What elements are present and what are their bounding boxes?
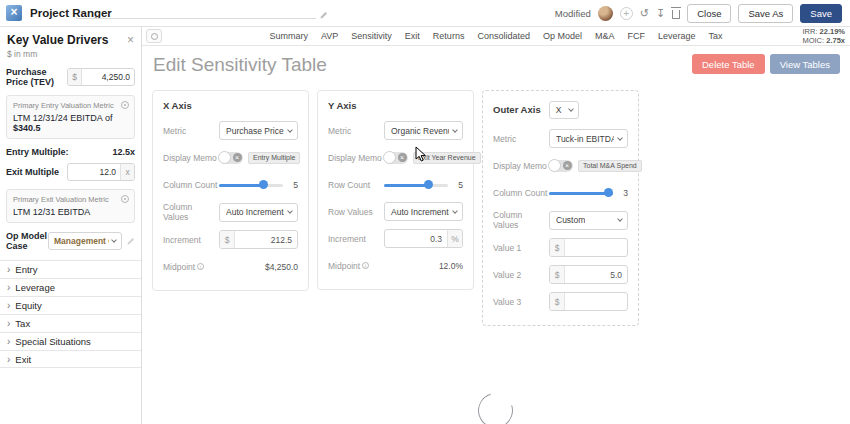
x-column-count-slider[interactable] <box>219 179 283 191</box>
gear-icon[interactable] <box>121 195 129 203</box>
multiple-suffix: x <box>120 164 134 180</box>
gear-icon[interactable] <box>121 101 129 109</box>
app-logo-icon: × <box>6 5 22 21</box>
tab-tax[interactable]: Tax <box>709 31 723 41</box>
display-memo-label: Display Memo <box>163 153 219 163</box>
outer-column-values-select[interactable]: Custom <box>549 211 628 230</box>
sidebar-section-leverage[interactable]: ›Leverage <box>0 278 141 296</box>
tab-avp[interactable]: AVP <box>321 31 338 41</box>
purchase-price-input[interactable] <box>82 69 134 85</box>
midpoint-label: Midpointi <box>328 261 384 271</box>
y-increment-input[interactable] <box>385 230 447 247</box>
x-display-memo-toggle[interactable]: × <box>219 152 243 164</box>
sidebar-section-tax[interactable]: ›Tax <box>0 314 141 332</box>
irr-label: IRR: <box>802 27 817 36</box>
currency-prefix: $ <box>550 293 565 310</box>
delete-table-button[interactable]: Delete Table <box>692 54 765 74</box>
op-model-case-label: Op Model Case <box>6 231 48 251</box>
sidebar-section-equity[interactable]: ›Equity <box>0 296 141 314</box>
save-button[interactable]: Save <box>800 4 842 23</box>
moic-label: MOIC: <box>802 36 824 45</box>
title-edit-underline[interactable] <box>76 18 316 19</box>
tab-leverage[interactable]: Leverage <box>658 31 696 41</box>
tab-exit[interactable]: Exit <box>405 31 420 41</box>
y-display-memo-toggle[interactable]: × <box>384 152 408 164</box>
purchase-price-field[interactable]: $ <box>67 68 135 86</box>
download-icon[interactable]: ↧ <box>656 8 665 19</box>
x-column-count-value: 5 <box>290 180 298 190</box>
chevron-down-icon <box>287 208 293 214</box>
tab-consolidated[interactable]: Consolidated <box>477 31 530 41</box>
chevron-down-icon <box>452 127 458 133</box>
add-user-icon[interactable]: + <box>620 7 633 20</box>
sidebar-section-entry[interactable]: ›Entry <box>0 260 141 278</box>
outer-metric-select[interactable]: Tuck-in EBITDA <box>549 129 628 148</box>
settings-icon[interactable] <box>146 29 162 43</box>
x-metric-select[interactable]: Purchase Price (TEV) <box>219 121 298 140</box>
entry-metric-value: $340.5 <box>13 123 41 133</box>
user-avatar[interactable] <box>598 6 613 21</box>
top-bar: × Project Ranger Modified + ↺ ↧ Close Sa… <box>0 0 850 27</box>
display-memo-label: Display Memo <box>493 161 549 171</box>
y-row-count-slider[interactable] <box>384 179 448 191</box>
x-axis-panel: X Axis Metric Purchase Price (TEV) Displ… <box>152 90 309 291</box>
topbar-actions: Modified + ↺ ↧ Close Save As Save <box>555 4 850 23</box>
y-row-values-select[interactable]: Auto Incremented <box>384 202 463 221</box>
edit-title-pencil-icon[interactable] <box>319 6 328 24</box>
chevron-right-icon: › <box>7 318 10 329</box>
tab-op-model[interactable]: Op Model <box>543 31 582 41</box>
chevron-down-icon <box>568 106 574 112</box>
op-model-case-select[interactable]: Management Case <box>48 232 122 250</box>
entry-multiple-value: 12.5x <box>112 147 135 157</box>
exit-multiple-input[interactable] <box>68 164 120 180</box>
trash-icon[interactable] <box>672 10 680 19</box>
chevron-down-icon <box>617 216 623 222</box>
memo-chip: Total M&A Spend <box>578 160 642 172</box>
x-increment-input[interactable] <box>235 231 297 248</box>
value-2-field[interactable]: $ <box>549 265 628 284</box>
increment-label: Increment <box>328 234 384 244</box>
value-2-input[interactable] <box>565 266 627 283</box>
close-icon[interactable]: × <box>127 34 134 46</box>
tab-returns[interactable]: Returns <box>433 31 465 41</box>
tab-fcf[interactable]: FCF <box>627 31 645 41</box>
outer-axis-direction-select[interactable]: X <box>549 101 579 119</box>
percent-suffix: % <box>447 230 462 247</box>
exit-multiple-label: Exit Multiple <box>6 167 67 177</box>
value-3-input[interactable] <box>565 293 627 310</box>
tab-sensitivity[interactable]: Sensitivity <box>351 31 392 41</box>
outer-column-count-slider[interactable] <box>549 187 613 199</box>
row-values-label: Row Values <box>328 207 384 217</box>
outer-display-memo-toggle[interactable]: × <box>549 160 573 172</box>
driver-sections: ›Entry ›Leverage ›Equity ›Tax ›Special S… <box>0 260 141 368</box>
tab-summary[interactable]: Summary <box>269 31 308 41</box>
x-column-values-select[interactable]: Auto Incremented <box>219 203 298 222</box>
exit-metric-title: Primary Exit Valuation Metric <box>13 195 128 204</box>
moic-value: 2.75x <box>826 36 845 45</box>
view-tables-button[interactable]: View Tables <box>770 54 840 74</box>
value-1-field[interactable]: $ <box>549 238 628 257</box>
value-1-input[interactable] <box>565 239 627 256</box>
close-button[interactable]: Close <box>687 4 731 23</box>
sidebar-section-exit[interactable]: ›Exit <box>0 350 141 368</box>
currency-prefix: $ <box>550 266 565 283</box>
history-icon[interactable]: ↺ <box>640 8 649 19</box>
tab-ma[interactable]: M&A <box>595 31 615 41</box>
value-3-field[interactable]: $ <box>549 292 628 311</box>
sheet-tabs: Summary AVP Sensitivity Exit Returns Con… <box>269 31 722 41</box>
entry-multiple-label: Entry Multiple: <box>6 147 112 157</box>
memo-chip: Entry Multiple <box>248 152 300 164</box>
y-row-count-value: 5 <box>455 180 463 190</box>
x-axis-title: X Axis <box>163 100 298 111</box>
save-as-button[interactable]: Save As <box>738 4 793 23</box>
column-count-label: Column Count <box>493 188 549 198</box>
exit-valuation-metric-box: Primary Exit Valuation Metric LTM 12/31 … <box>6 189 135 223</box>
edit-case-pencil-icon[interactable] <box>126 232 135 250</box>
y-increment-field[interactable]: % <box>384 229 463 248</box>
currency-prefix: $ <box>68 69 82 85</box>
exit-multiple-field[interactable]: x <box>67 163 135 181</box>
x-increment-field[interactable]: $ <box>219 230 298 249</box>
midpoint-label: Midpointi <box>163 262 219 272</box>
y-metric-select[interactable]: Organic Revenue CAGR <box>384 121 463 140</box>
sidebar-section-special-situations[interactable]: ›Special Situations <box>0 332 141 350</box>
